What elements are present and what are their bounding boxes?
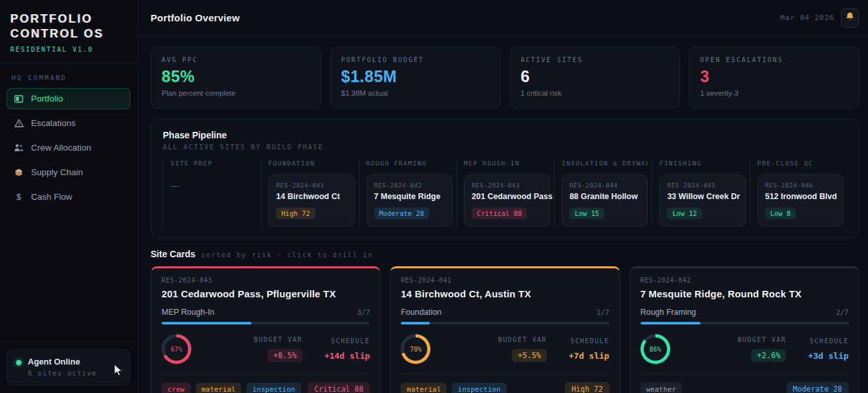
agent-status-detail: 6 sites active (28, 369, 97, 377)
pipeline-site-card[interactable]: RES-2024-041 14 Birchwood Ct High 72 (268, 175, 354, 226)
risk-badge: Critical 88 (308, 382, 370, 393)
sidebar-item-portfolio[interactable]: Portfolio (6, 88, 131, 109)
phase-progress-bar (401, 322, 609, 324)
sidebar-item-label: Cash Flow (31, 192, 72, 202)
risk-badge: Low 12 (667, 207, 702, 219)
pipeline-site-card[interactable]: RES-2024-045 33 Willow Creek Dr Low 12 (659, 175, 745, 226)
site-cards-header: Site Cards sorted by risk · click to dri… (151, 249, 860, 259)
kpi-avg-ppc: AVG PPC 85% Plan percent complete (151, 47, 321, 109)
site-address: 512 Ironwood Blvd (765, 192, 836, 201)
tag-crew: crew (162, 383, 191, 393)
sidebar-footer: Agent Online 6 sites active (0, 341, 137, 393)
pipeline-column-rough-framing: ROUGH FRAMING RES-2024-042 7 Mesquite Ri… (359, 160, 456, 226)
schedule-slip-value: +7d slip (569, 351, 609, 361)
kpi-value: 3 (700, 67, 849, 86)
kpi-label: PORTFOLIO BUDGET (341, 56, 490, 63)
site-id: RES-2024-042 (374, 182, 445, 189)
phase-label: MEP ROUGH-IN (464, 160, 550, 167)
app-logo: PORTFOLIO CONTROL OS RESIDENTIAL V1.0 (0, 0, 137, 63)
site-address: 33 Willow Creek Dr (667, 192, 737, 201)
risk-badge: High 72 (565, 382, 609, 393)
phase-label: PRE-CLOSE QC (757, 160, 843, 167)
phase-label: FINISHING (659, 160, 745, 167)
ppc-donut-gauge: 70% (401, 334, 430, 364)
bell-icon (846, 12, 854, 23)
phase-label: ROUGH FRAMING (366, 160, 452, 167)
site-id: RES-2024-043 (472, 182, 542, 189)
sidebar-item-cash-flow[interactable]: $ Cash Flow (6, 186, 131, 207)
pipeline-site-card[interactable]: RES-2024-042 7 Mesquite Ridge Moderate 2… (366, 175, 452, 226)
pipeline-column-foundation: FOUNDATION RES-2024-041 14 Birchwood Ct … (260, 160, 358, 226)
site-card-res-2024-043[interactable]: RES-2024-043 201 Cedarwood Pass, Pfluger… (151, 266, 381, 393)
budget-var-label: BUDGET VAR (498, 336, 547, 343)
kpi-label: OPEN ESCALATIONS (700, 56, 849, 63)
dollar-icon: $ (14, 192, 24, 202)
site-address: 14 Birchwood Ct (276, 192, 346, 201)
sidebar-item-crew-allocation[interactable]: Crew Allocation (6, 137, 131, 158)
kpi-sub: 1 critical risk (521, 89, 670, 97)
pipeline-title: Phase Pipeline (163, 130, 847, 140)
risk-badge: High 72 (276, 207, 315, 219)
phase-name: MEP Rough-In (162, 308, 215, 317)
phase-name: Rough Framing (640, 308, 696, 317)
kpi-row: AVG PPC 85% Plan percent complete PORTFO… (151, 47, 860, 109)
phase-name: Foundation (401, 308, 441, 317)
phase-label: FOUNDATION (268, 160, 354, 167)
package-box-icon (14, 168, 24, 176)
kpi-sub: 1 severity-3 (700, 89, 849, 97)
site-title: 7 Mesquite Ridge, Round Rock TX (640, 288, 849, 299)
kpi-label: ACTIVE SITES (521, 56, 670, 63)
pipeline-site-card[interactable]: RES-2024-046 512 Ironwood Blvd Low 8 (757, 175, 843, 226)
schedule-label: SCHEDULE (569, 337, 609, 345)
site-card-res-2024-042[interactable]: RES-2024-042 7 Mesquite Ridge, Round Roc… (630, 266, 860, 393)
app-title: PORTFOLIO CONTROL OS (10, 12, 127, 41)
pipeline-column-insulation-drywall: INSULATION & DRYWALL RES-2024-044 88 Gra… (554, 160, 651, 226)
online-status-dot (16, 360, 21, 365)
sidebar-item-label: Portfolio (31, 94, 63, 103)
pipeline-subtitle: ALL ACTIVE SITES BY BUILD PHASE (163, 143, 847, 151)
kpi-value: 6 (521, 67, 670, 86)
pipeline-column-site-prep: SITE PREP — (163, 160, 260, 226)
app-version-label: RESIDENTIAL V1.0 (10, 46, 127, 53)
tag-inspection: inspection (452, 383, 506, 393)
schedule-slip-value: +14d slip (324, 351, 370, 361)
sidebar-item-supply-chain[interactable]: Supply Chain (6, 162, 131, 183)
phase-pipeline-panel: Phase Pipeline ALL ACTIVE SITES BY BUILD… (151, 119, 860, 239)
page-title: Portfolio Overview (151, 12, 240, 23)
pipeline-column-pre-close-qc: PRE-CLOSE QC RES-2024-046 512 Ironwood B… (750, 160, 847, 226)
site-card-res-2024-041[interactable]: RES-2024-041 14 Birchwood Ct, Austin TX … (390, 266, 620, 393)
sidebar-item-label: Crew Allocation (31, 143, 91, 153)
site-id: RES-2024-045 (667, 182, 737, 189)
risk-badge: Critical 88 (472, 207, 527, 219)
site-title: 201 Cedarwood Pass, Pflugerville TX (162, 288, 370, 299)
phase-progress-bar (162, 322, 370, 324)
phase-fraction: 2/7 (836, 308, 849, 317)
sidebar-item-label: Supply Chain (31, 167, 83, 177)
portfolio-grid-icon (14, 94, 24, 103)
phase-progress-bar (640, 322, 849, 324)
tag-material: material (401, 383, 447, 393)
budget-var-value: +8.5% (268, 349, 302, 362)
sidebar: PORTFOLIO CONTROL OS RESIDENTIAL V1.0 HQ… (0, 0, 138, 393)
divider (640, 373, 849, 374)
phase-fraction: 1/7 (597, 308, 609, 317)
tag-weather: weather (640, 383, 682, 393)
divider (162, 373, 370, 374)
main-area: Portfolio Overview Mar 04 2026 AVG PPC 8… (138, 0, 868, 393)
nav-section-label: HQ COMMAND (6, 72, 131, 88)
pipeline-site-card[interactable]: RES-2024-043 201 Cedarwood Pass Critical… (464, 175, 550, 226)
divider (401, 373, 609, 374)
phase-label: SITE PREP (171, 160, 257, 167)
sidebar-item-escalations[interactable]: Escalations (6, 112, 131, 134)
pipeline-column-mep-rough-in: MEP ROUGH-IN RES-2024-043 201 Cedarwood … (456, 160, 554, 226)
notifications-button[interactable] (841, 8, 859, 28)
tag-inspection: inspection (246, 383, 301, 393)
risk-badge: Low 15 (569, 207, 604, 219)
pipeline-site-card[interactable]: RES-2024-044 88 Granite Hollow Low 15 (562, 175, 648, 226)
warning-triangle-icon (14, 119, 24, 127)
crew-people-icon (14, 143, 24, 152)
kpi-portfolio-budget: PORTFOLIO BUDGET $1.85M $1.38M actual (330, 47, 501, 109)
kpi-open-escalations: OPEN ESCALATIONS 3 1 severity-3 (689, 47, 860, 109)
ppc-donut-gauge: 67% (162, 334, 191, 364)
kpi-sub: Plan percent complete (162, 89, 310, 97)
